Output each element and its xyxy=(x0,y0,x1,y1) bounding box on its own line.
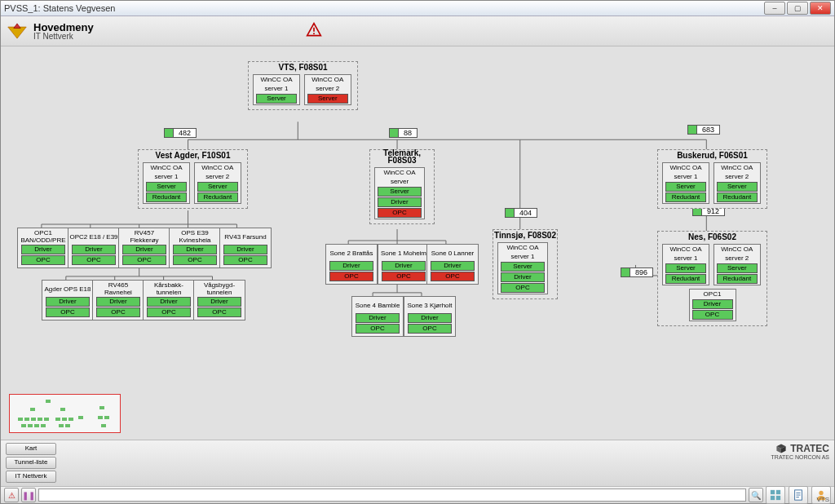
maximize-button[interactable]: ▢ xyxy=(787,2,808,15)
group-tinnsjo[interactable]: Tinnsjø, F08S02 WinCC OAserver 1ServerDr… xyxy=(493,229,558,299)
svv-logo-icon xyxy=(6,22,29,40)
grid-icon[interactable] xyxy=(766,486,785,504)
svg-rect-39 xyxy=(771,490,775,494)
svg-rect-40 xyxy=(776,490,780,494)
alert-button[interactable]: ⚠ xyxy=(4,488,19,502)
minimize-button[interactable]: – xyxy=(764,2,785,15)
titlebar: PVSS_1: Statens Vegvesen – ▢ ✕ xyxy=(1,1,834,16)
unit-box[interactable]: RV465 RavneheiDriverOPC xyxy=(92,280,144,321)
columns-button[interactable]: ❚❚ xyxy=(21,488,36,502)
unit-box[interactable]: Vågsbygd-tunnelenDriverOPC xyxy=(193,280,245,321)
unit-box[interactable]: OPC2 E18 / E39DriverOPC xyxy=(68,228,120,268)
kart-button[interactable]: Kart xyxy=(6,443,56,455)
group-telemark[interactable]: Telemark, F08S03 WinCC OAserverServerDri… xyxy=(369,149,435,224)
svg-marker-0 xyxy=(8,27,26,38)
server-box[interactable]: WinCC OAserver 1ServerRedudant xyxy=(662,162,709,204)
svg-marker-1 xyxy=(14,24,20,29)
unit-box[interactable]: OPS E39 KvinesheiaDriverOPC xyxy=(169,228,221,268)
status-input[interactable] xyxy=(38,489,746,502)
footer-label: VTS xyxy=(816,496,829,503)
server-box[interactable]: WinCC OAserverServerDriverOPC xyxy=(374,167,425,219)
tunnel-liste-button[interactable]: Tunnel-liste xyxy=(6,457,56,469)
server-box[interactable]: WinCC OAserver 2ServerRedudant xyxy=(714,244,761,285)
server-box[interactable]: WinCC OAserver 1Server xyxy=(253,74,300,105)
it-nettverk-button[interactable]: IT Nettverk xyxy=(6,471,56,483)
svg-point-44 xyxy=(819,491,823,495)
network-canvas: 482 88 404 683 912 896 VTS, F08S01 WinCC… xyxy=(1,46,834,440)
server-box[interactable]: WinCC OAserver 1ServerDriverOPC xyxy=(497,242,548,294)
brand-logo: TRATEC TRATEC NORCON AS xyxy=(771,443,829,460)
cube-icon xyxy=(775,443,787,454)
unit-box[interactable]: OPC1DriverOPC xyxy=(689,289,736,321)
page-subtitle: IT Nettverk xyxy=(33,33,94,41)
status-bar: ⚠ ❚❚ 🔍 VTS xyxy=(1,486,834,503)
warning-icon[interactable] xyxy=(306,22,322,40)
server-box[interactable]: WinCC OAserver 1ServerRedudant xyxy=(143,162,190,204)
unit-box[interactable]: Sone 1 MoheimDriverOPC xyxy=(378,244,430,285)
group-vest-agder[interactable]: Vest Agder, F10S01 WinCC OAserver 1Serve… xyxy=(138,149,248,209)
close-button[interactable]: ✕ xyxy=(810,2,831,15)
unit-box[interactable]: Sone 3 KjørholtDriverOPC xyxy=(404,296,456,337)
search-button[interactable]: 🔍 xyxy=(749,488,763,502)
svg-rect-41 xyxy=(771,496,775,500)
link-counter: 896 xyxy=(621,267,653,277)
page-title: Hovedmeny xyxy=(33,22,94,33)
unit-box[interactable]: RV43 FarsundDriverOPC xyxy=(219,228,272,268)
document-icon[interactable] xyxy=(789,486,808,504)
unit-box[interactable]: RV457 FlekkerøyDriverOPC xyxy=(118,228,170,268)
group-vts[interactable]: VTS, F08S01 WinCC OAserver 1Server WinCC… xyxy=(248,61,358,110)
link-counter: 404 xyxy=(505,208,537,218)
server-box[interactable]: WinCC OAserver 2ServerRedudant xyxy=(194,162,241,204)
group-buskerud[interactable]: Buskerud, F06S01 WinCC OAserver 1ServerR… xyxy=(657,149,767,209)
unit-box[interactable]: Agder OPS E18DriverOPC xyxy=(42,280,94,321)
window-title: PVSS_1: Statens Vegvesen xyxy=(4,3,115,13)
unit-box[interactable]: Sone 0 LannerDriverOPC xyxy=(426,244,479,285)
toolbar: Kart Tunnel-liste IT Nettverk TRATEC TRA… xyxy=(1,440,834,486)
unit-box[interactable]: OPC1 BAN/ODD/PREDriverOPC xyxy=(17,228,69,268)
header: Hovedmeny IT Nettverk xyxy=(1,16,834,46)
group-nes[interactable]: Nes, F06S02 WinCC OAserver 1ServerReduda… xyxy=(657,231,767,326)
unit-box[interactable]: Sone 2 BrattåsDriverOPC xyxy=(325,244,378,285)
link-counter: 683 xyxy=(687,125,720,135)
link-counter: 482 xyxy=(164,128,197,138)
link-counter: 88 xyxy=(389,128,418,138)
unit-box[interactable]: Sone 4 BambleDriverOPC xyxy=(351,296,404,337)
server-box[interactable]: WinCC OAserver 2Server xyxy=(304,74,351,105)
server-box[interactable]: WinCC OAserver 2ServerRedudant xyxy=(714,162,761,204)
server-box[interactable]: WinCC OAserver 1ServerRedudant xyxy=(662,244,709,285)
unit-box[interactable]: Kårsbakk-tunnelenDriverOPC xyxy=(143,280,195,321)
svg-rect-42 xyxy=(776,496,780,500)
minimap[interactable] xyxy=(9,394,121,433)
svg-point-3 xyxy=(313,33,315,34)
